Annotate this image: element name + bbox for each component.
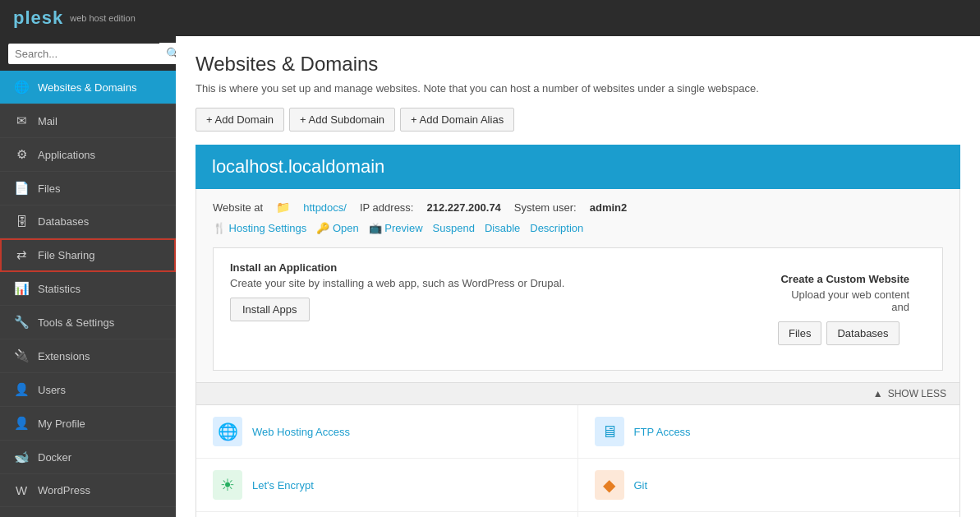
sidebar-label-my-profile: My Profile [38, 418, 85, 430]
files-button[interactable]: Files [778, 321, 821, 345]
sidebar-item-file-sharing[interactable]: ⇄File Sharing [0, 238, 176, 272]
sidebar-label-file-sharing: File Sharing [38, 249, 94, 261]
search-input[interactable] [8, 44, 159, 64]
lets-encrypt-icon: ☀ [213, 470, 242, 500]
logo: plesk web host edition [13, 7, 136, 29]
folder-icon: 📁 [276, 201, 290, 214]
sidebar-nav: 🌐Websites & Domains✉Mail⚙Applications📄Fi… [0, 71, 176, 507]
users-icon: 👤 [13, 382, 30, 397]
add-domain-alias-button[interactable]: + Add Domain Alias [400, 108, 514, 132]
description-link[interactable]: Description [530, 222, 583, 234]
show-less-bar[interactable]: ▲ SHOW LESS [196, 383, 960, 405]
page-title: Websites & Domains [196, 53, 960, 76]
file-sharing-icon: ⇄ [13, 247, 30, 262]
search-button[interactable]: 🔍 [159, 43, 176, 64]
sidebar-item-my-profile[interactable]: 👤My Profile [0, 407, 176, 441]
sidebar-label-wordpress: WordPress [38, 484, 90, 496]
my-profile-icon: 👤 [13, 416, 30, 431]
feature-item-web-hosting-access[interactable]: 🌐Web Hosting Access [196, 405, 578, 459]
applications-icon: ⚙ [13, 147, 30, 162]
domain-info: Website at 📁 httpdocs/ IP address: 212.2… [213, 201, 943, 214]
edition-label: web host edition [70, 13, 136, 23]
preview-link[interactable]: 📺 Preview [369, 222, 423, 234]
sidebar-label-users: Users [38, 384, 66, 396]
httpdocs-link[interactable]: httpdocs/ [303, 201, 347, 214]
sidebar-label-tools-settings: Tools & Settings [38, 316, 114, 329]
install-section: Install an Application Create your site … [213, 247, 943, 371]
custom-site-desc: Upload your web content and [778, 289, 909, 313]
sidebar-label-extensions: Extensions [38, 350, 90, 362]
domain-header: localhost.localdomain [196, 145, 960, 189]
install-apps-button[interactable]: Install Apps [230, 298, 310, 321]
hosting-settings-link[interactable]: 🍴 Hosting Settings [213, 222, 306, 234]
main-content: Websites & Domains This is where you set… [176, 36, 980, 517]
sidebar-label-databases: Databases [38, 215, 89, 228]
sidebar-item-databases[interactable]: 🗄Databases [0, 205, 176, 238]
web-hosting-access-icon: 🌐 [213, 417, 242, 446]
ip-label: IP address: [360, 201, 414, 214]
custom-site-title: Create a Custom Website [778, 273, 909, 285]
statistics-icon: 📊 [13, 281, 30, 296]
sidebar-label-mail: Mail [38, 115, 58, 127]
sidebar-label-files: Files [38, 182, 60, 195]
suspend-link[interactable]: Suspend [433, 222, 475, 234]
custom-site-right: Create a Custom Website Upload your web … [761, 261, 926, 357]
sidebar: 🔍 🌐Websites & Domains✉Mail⚙Applications📄… [0, 36, 176, 517]
feature-item-lets-encrypt[interactable]: ☀Let's Encrypt [196, 459, 578, 512]
sidebar-label-statistics: Statistics [38, 283, 81, 295]
website-at-label: Website at [213, 201, 263, 214]
open-link[interactable]: 🔑 Open [316, 222, 358, 234]
install-left: Install an Application Create your site … [230, 261, 761, 321]
feature-item-apache-nginx[interactable]: 🌐Apache & nginx Settings [196, 512, 578, 517]
plesk-logo-text: plesk [13, 7, 63, 29]
add-domain-button[interactable]: + Add Domain [196, 108, 284, 132]
ip-value: 212.227.200.74 [426, 201, 500, 214]
search-box[interactable]: 🔍 [0, 36, 176, 71]
databases-icon: 🗄 [13, 215, 30, 228]
web-hosting-access-link[interactable]: Web Hosting Access [252, 426, 350, 438]
chevron-up-icon: ▲ [873, 388, 883, 399]
databases-button[interactable]: Databases [826, 321, 899, 345]
feature-item-applications[interactable]: ⚙Applications [578, 512, 960, 517]
ftp-access-link[interactable]: FTP Access [634, 426, 691, 438]
websites-domains-icon: 🌐 [13, 80, 30, 95]
sidebar-item-mail[interactable]: ✉Mail [0, 104, 176, 138]
show-less-label: SHOW LESS [888, 388, 946, 399]
topbar: plesk web host edition [0, 0, 980, 36]
sidebar-label-applications: Applications [38, 149, 95, 161]
system-user-label: System user: [514, 201, 577, 214]
wordpress-icon: W [13, 483, 30, 497]
disable-link[interactable]: Disable [485, 222, 520, 234]
action-bar: + Add Domain + Add Subdomain + Add Domai… [196, 108, 960, 132]
lets-encrypt-link[interactable]: Let's Encrypt [252, 479, 314, 492]
feature-grid: 🌐Web Hosting Access🖥FTP Access☀Let's Enc… [196, 405, 960, 517]
docker-icon: 🐋 [13, 450, 30, 464]
sidebar-item-extensions[interactable]: 🔌Extensions [0, 339, 176, 373]
domain-body: Website at 📁 httpdocs/ IP address: 212.2… [196, 189, 960, 383]
domain-links: 🍴 Hosting Settings 🔑 Open 📺 Preview Susp… [213, 222, 943, 234]
sidebar-item-users[interactable]: 👤Users [0, 373, 176, 407]
feature-item-git[interactable]: ◆Git [578, 459, 960, 512]
page-description: This is where you set up and manage webs… [196, 82, 960, 95]
sidebar-item-websites-domains[interactable]: 🌐Websites & Domains [0, 71, 176, 104]
sidebar-item-statistics[interactable]: 📊Statistics [0, 272, 176, 306]
add-subdomain-button[interactable]: + Add Subdomain [289, 108, 395, 132]
system-user-value: admin2 [590, 201, 628, 214]
install-desc: Create your site by installing a web app… [230, 277, 761, 289]
custom-site-buttons: Files Databases [778, 321, 909, 345]
files-icon: 📄 [13, 181, 30, 196]
tools-settings-icon: 🔧 [13, 315, 30, 330]
install-title: Install an Application [230, 261, 761, 274]
sidebar-label-websites-domains: Websites & Domains [38, 81, 136, 94]
extensions-icon: 🔌 [13, 349, 30, 363]
sidebar-item-docker[interactable]: 🐋Docker [0, 441, 176, 474]
domain-name: localhost.localdomain [212, 156, 384, 177]
sidebar-item-tools-settings[interactable]: 🔧Tools & Settings [0, 306, 176, 339]
feature-item-ftp-access[interactable]: 🖥FTP Access [578, 405, 960, 459]
sidebar-item-wordpress[interactable]: WWordPress [0, 474, 176, 507]
mail-icon: ✉ [13, 113, 30, 128]
sidebar-label-docker: Docker [38, 451, 71, 464]
sidebar-item-applications[interactable]: ⚙Applications [0, 138, 176, 172]
sidebar-item-files[interactable]: 📄Files [0, 172, 176, 205]
git-link[interactable]: Git [634, 479, 648, 492]
